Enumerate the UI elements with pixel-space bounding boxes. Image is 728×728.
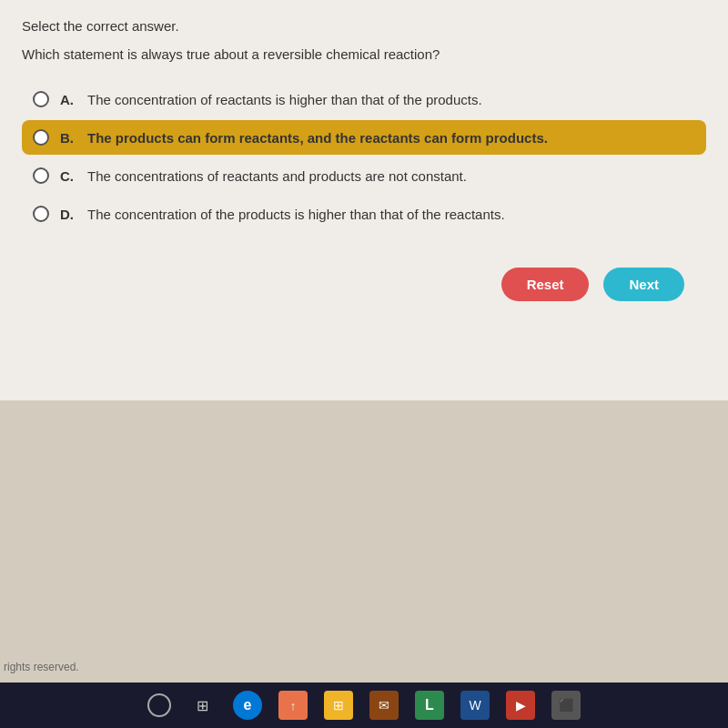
option-a[interactable]: A. The concentration of reactants is hig…: [22, 82, 706, 116]
text-d: The concentration of the products is hig…: [87, 207, 505, 222]
screen: Select the correct answer. Which stateme…: [0, 0, 728, 728]
label-b: B.: [60, 130, 78, 146]
text-c: The concentrations of reactants and prod…: [87, 168, 467, 184]
buttons-row: Reset Next: [22, 258, 706, 319]
label-a: A.: [60, 92, 78, 107]
instruction-text: Select the correct answer.: [22, 18, 706, 34]
taskbar-blue-icon[interactable]: W: [460, 691, 490, 720]
option-c[interactable]: C. The concentrations of reactants and p…: [22, 158, 706, 193]
taskbar-l-icon[interactable]: L: [415, 691, 444, 720]
question-text: Which statement is always true about a r…: [22, 46, 706, 62]
radio-d: [33, 206, 49, 222]
taskbar-windows-icon[interactable]: ⊞: [187, 691, 217, 720]
taskbar-mail-icon[interactable]: ✉: [369, 691, 399, 720]
options-list: A. The concentration of reactants is hig…: [22, 82, 706, 231]
option-b[interactable]: B. The products can form reactants, and …: [22, 120, 706, 155]
reset-button[interactable]: Reset: [501, 268, 590, 301]
taskbar-edge-icon[interactable]: e: [233, 691, 262, 720]
taskbar-gray-icon[interactable]: ⬛: [551, 691, 581, 720]
taskbar-windows-store-icon[interactable]: ⊞: [324, 691, 353, 720]
text-a: The concentration of reactants is higher…: [87, 92, 482, 107]
radio-c: [33, 167, 49, 184]
option-d[interactable]: D. The concentration of the products is …: [22, 197, 706, 231]
taskbar: ⊞ e ↑ ⊞ ✉ L W ▶ ⬛: [0, 682, 728, 728]
radio-b: [33, 129, 49, 146]
next-button[interactable]: Next: [603, 268, 684, 301]
taskbar-circle-icon[interactable]: [147, 693, 171, 717]
taskbar-red-icon[interactable]: ▶: [506, 691, 535, 720]
label-c: C.: [60, 168, 78, 184]
label-d: D.: [60, 207, 78, 222]
radio-a: [33, 91, 49, 107]
content-area: Select the correct answer. Which stateme…: [0, 0, 728, 400]
footer-text: rights reserved.: [4, 661, 79, 673]
text-b: The products can form reactants, and the…: [87, 130, 548, 146]
taskbar-orange-icon[interactable]: ↑: [278, 691, 308, 720]
